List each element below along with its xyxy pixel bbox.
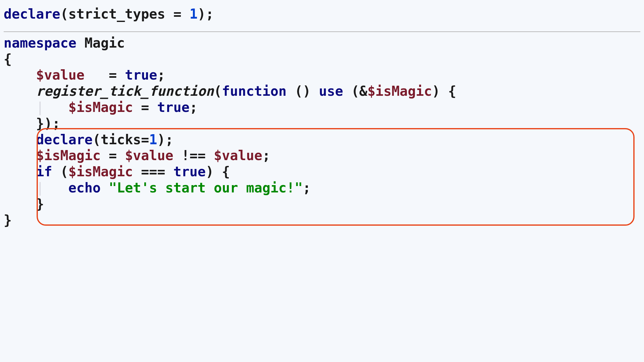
section-divider bbox=[4, 31, 640, 32]
keyword-function: function bbox=[222, 83, 286, 99]
paren-open: ( bbox=[214, 83, 222, 99]
brace-close: } bbox=[36, 196, 44, 212]
string-literal: "Let's start our magic!" bbox=[109, 180, 303, 195]
keyword-if: if bbox=[36, 164, 52, 179]
indent bbox=[4, 196, 36, 212]
paren-open: ( bbox=[92, 132, 101, 147]
code-line-1: declare(strict_types = 1); bbox=[4, 6, 640, 22]
equals: = bbox=[133, 99, 157, 115]
keyword-declare: declare bbox=[36, 132, 92, 147]
variable-ismagic: $isMagic bbox=[36, 148, 101, 163]
indent bbox=[4, 180, 36, 195]
indent-guide: | bbox=[36, 180, 44, 195]
variable-value: $value bbox=[36, 67, 85, 83]
variable-value: $value bbox=[125, 148, 173, 163]
equals: = bbox=[165, 6, 189, 22]
code-line-11: | echo "Let's start our magic!"; bbox=[4, 180, 640, 196]
variable-value: $value bbox=[214, 148, 262, 163]
paren-brace: ) { bbox=[206, 164, 230, 179]
close-closure: }); bbox=[36, 116, 60, 131]
equals: = bbox=[101, 148, 125, 163]
paren-brace: ) { bbox=[432, 83, 456, 99]
keyword-true: true bbox=[173, 164, 206, 179]
spaces bbox=[85, 67, 109, 83]
space bbox=[101, 180, 109, 195]
keyword-namespace: namespace bbox=[4, 35, 76, 51]
not-identical: !== bbox=[173, 148, 214, 163]
indent bbox=[4, 83, 36, 99]
function-call-register-tick: register_tick_function bbox=[36, 83, 214, 99]
code-line-6: | $isMagic = true; bbox=[4, 99, 640, 116]
indent2 bbox=[44, 99, 68, 115]
number-one: 1 bbox=[149, 132, 157, 147]
semicolon: ; bbox=[262, 148, 271, 163]
variable-ismagic: $isMagic bbox=[367, 83, 432, 99]
indent2 bbox=[44, 180, 68, 195]
code-line-4: $value = true; bbox=[4, 67, 640, 83]
code-line-13: } bbox=[4, 212, 640, 228]
indent-guide: | bbox=[36, 99, 44, 115]
equals: = bbox=[109, 67, 125, 83]
brace-close: } bbox=[4, 212, 12, 228]
indent bbox=[4, 67, 36, 83]
paren-close-semi: ); bbox=[198, 6, 214, 22]
code-line-9: $isMagic = $value !== $value; bbox=[4, 148, 640, 164]
indent bbox=[4, 116, 36, 131]
paren-open: ( bbox=[52, 164, 68, 179]
identical: === bbox=[133, 164, 173, 179]
indent bbox=[4, 132, 36, 147]
code-line-12: } bbox=[4, 196, 640, 212]
semicolon: ; bbox=[303, 180, 311, 195]
semicolon: ; bbox=[157, 67, 165, 83]
variable-ismagic: $isMagic bbox=[68, 164, 133, 179]
number-one: 1 bbox=[189, 6, 198, 22]
keyword-true: true bbox=[125, 67, 157, 83]
identifier-ticks: ticks bbox=[101, 132, 141, 147]
code-line-2: namespace Magic bbox=[4, 35, 640, 51]
keyword-declare: declare bbox=[4, 6, 60, 22]
namespace-name: Magic bbox=[76, 35, 125, 51]
keyword-true: true bbox=[157, 99, 189, 115]
identifier-strict-types: strict_types bbox=[68, 6, 165, 22]
keyword-echo: echo bbox=[68, 180, 101, 195]
indent bbox=[4, 164, 36, 179]
code-line-7: }); bbox=[4, 116, 640, 132]
code-editor[interactable]: declare(strict_types = 1); namespace Mag… bbox=[4, 6, 640, 228]
code-line-8: declare(ticks=1); bbox=[4, 132, 640, 148]
paren-amp: (& bbox=[343, 83, 367, 99]
keyword-use: use bbox=[319, 83, 343, 99]
code-line-10: if ($isMagic === true) { bbox=[4, 164, 640, 180]
semicolon: ; bbox=[189, 99, 198, 115]
code-line-5: register_tick_function(function () use (… bbox=[4, 83, 640, 99]
paren-close-semi: ); bbox=[157, 132, 173, 147]
indent bbox=[4, 148, 36, 163]
code-line-3: { bbox=[4, 51, 640, 67]
variable-ismagic: $isMagic bbox=[68, 99, 133, 115]
indent bbox=[4, 99, 36, 115]
empty-parens: () bbox=[286, 83, 319, 99]
paren-open: ( bbox=[60, 6, 68, 22]
brace-open: { bbox=[4, 51, 12, 67]
equals: = bbox=[141, 132, 149, 147]
